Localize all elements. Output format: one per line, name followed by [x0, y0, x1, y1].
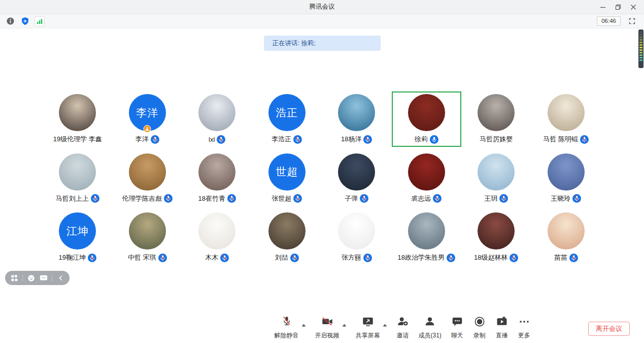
- share-screen-button[interactable]: 共享屏幕: [356, 315, 380, 340]
- emoji-icon[interactable]: [26, 273, 36, 283]
- toolbar-button-label: 成员(31): [419, 331, 442, 340]
- participant-name-row: 王玥: [484, 194, 508, 203]
- participant-tile[interactable]: 马哲厉姝婴: [461, 91, 531, 147]
- avatar-photo-white-cat: [198, 94, 235, 131]
- live-button[interactable]: 直播: [495, 315, 509, 340]
- chevron-up-icon[interactable]: [301, 320, 306, 329]
- avatar-photo-classic-painting: [268, 212, 306, 250]
- more-button[interactable]: 更多: [518, 315, 531, 340]
- leave-meeting-button[interactable]: 离开会议: [588, 322, 630, 336]
- participant-name-row: 刘喆: [275, 253, 299, 262]
- caption-chat-icon[interactable]: [39, 273, 48, 283]
- participant-tile[interactable]: 世超张世超: [252, 151, 322, 206]
- avatar-initials: 世超: [268, 153, 306, 191]
- toolbar-button-label: 录制: [473, 331, 486, 340]
- participant-name: 马哲 陈明锟: [543, 135, 578, 144]
- avatar-photo-kirby-in-pot: [478, 94, 515, 131]
- participant-tile[interactable]: 李洋李洋: [113, 91, 183, 147]
- minimize-icon[interactable]: [595, 0, 611, 14]
- participant-name: 18政治学朱胜男: [398, 253, 445, 262]
- bottom-toolbar-buttons: 解除静音开启视频共享屏幕邀请成员(31)聊天录制直播更多: [270, 315, 535, 340]
- participant-name: 马哲刘上上: [56, 194, 89, 203]
- invite-button[interactable]: 邀请: [396, 315, 410, 340]
- members-button[interactable]: 成员(31): [419, 315, 442, 340]
- volume-level-bar: [639, 44, 642, 46]
- participant-tile[interactable]: 18杨洋: [322, 91, 392, 147]
- participant-tile[interactable]: 王晓玲: [531, 151, 601, 206]
- participant-tile[interactable]: 18崔竹青: [182, 151, 252, 206]
- participant-name: 苗苗: [554, 253, 567, 262]
- camera-off-button[interactable]: 开启视频: [315, 315, 340, 340]
- participant-row: 19级伦理学 李鑫李洋李洋lxl浩正李浩正18杨洋徐莉马哲厉姝婴马哲 陈明锟: [43, 91, 601, 147]
- participant-name-row: 马哲厉姝婴: [480, 135, 513, 144]
- participant-tile[interactable]: 徐莉: [392, 91, 462, 147]
- record-icon: [473, 315, 486, 330]
- chevron-up-icon[interactable]: [342, 320, 347, 329]
- chat-button[interactable]: 聊天: [451, 315, 464, 340]
- participant-name-row: 木木: [205, 253, 229, 262]
- participant-tile[interactable]: 木木: [182, 210, 252, 265]
- participant-tile[interactable]: 伦理学陈吉彪: [113, 151, 183, 206]
- mic-muted-icon: [91, 194, 99, 203]
- info-icon[interactable]: [5, 16, 15, 26]
- members-icon: [423, 315, 436, 330]
- participant-tile[interactable]: 子弹: [322, 151, 392, 206]
- record-button[interactable]: 录制: [473, 315, 486, 340]
- participant-tile[interactable]: 刘喆: [252, 210, 322, 265]
- collapse-chevron-icon[interactable]: [56, 273, 65, 283]
- participant-tile[interactable]: 苗苗: [531, 210, 601, 265]
- participant-name: 中哲 宋琪: [128, 253, 156, 262]
- participant-name-row: 张方丽: [342, 253, 372, 262]
- restore-icon[interactable]: [611, 0, 626, 14]
- avatar: [59, 153, 96, 191]
- participant-tile[interactable]: 马哲 陈明锟: [531, 91, 601, 147]
- participant-tile[interactable]: 马哲刘上上: [43, 151, 113, 206]
- participant-tile[interactable]: 18政治学朱胜男: [392, 210, 462, 265]
- participant-tile[interactable]: 中哲 宋琪: [113, 210, 183, 265]
- chat-icon: [451, 315, 464, 330]
- participant-name-row: 18级赵林林: [474, 253, 518, 262]
- participant-tile[interactable]: 王玥: [461, 151, 531, 206]
- mic-off-button[interactable]: 解除静音: [275, 315, 299, 340]
- participant-name-row: 中哲 宋琪: [128, 253, 167, 262]
- avatar: [338, 94, 375, 131]
- participant-tile[interactable]: lxl: [182, 91, 252, 147]
- participant-tile[interactable]: 张方丽: [322, 210, 392, 265]
- participant-name-row: 王晓玲: [551, 194, 581, 203]
- volume-level-bar: [639, 39, 642, 41]
- chevron-up-icon[interactable]: [383, 320, 387, 329]
- participant-name-row: 子弹: [345, 194, 368, 203]
- mic-muted-icon: [360, 194, 368, 203]
- close-icon[interactable]: [626, 0, 641, 14]
- mic-muted-icon: [293, 135, 302, 144]
- tencent-meeting-window: 腾讯会议 06:46: [0, 0, 644, 343]
- participant-tile[interactable]: 18级赵林林: [461, 210, 531, 265]
- avatar: [198, 94, 235, 131]
- volume-level-bar: [639, 42, 642, 43]
- participant-name: 马哲厉姝婴: [480, 135, 513, 144]
- avatar-photo-cat-meme: [129, 153, 166, 191]
- participant-name: 刘喆: [275, 253, 288, 262]
- volume-level-bar: [639, 37, 642, 38]
- host-icon: [145, 127, 150, 131]
- participant-name: 李洋: [135, 135, 149, 144]
- participant-tile[interactable]: 19级伦理学 李鑫: [43, 91, 113, 147]
- toolbar-button-group: 共享屏幕: [356, 315, 387, 340]
- participant-tile[interactable]: 浩正李浩正: [252, 91, 322, 147]
- security-shield-icon[interactable]: [20, 16, 30, 26]
- volume-level-bar: [639, 54, 642, 56]
- mic-muted-icon: [88, 254, 96, 262]
- network-signal-icon[interactable]: [35, 16, 45, 26]
- avatar: [198, 153, 235, 191]
- mic-off-icon: [280, 315, 293, 330]
- participant-name: 张世超: [272, 194, 291, 203]
- apps-layout-icon[interactable]: [10, 273, 19, 283]
- fullscreen-icon[interactable]: [627, 16, 637, 26]
- mic-muted-icon: [363, 135, 372, 144]
- participant-tile[interactable]: 裘志远: [392, 151, 462, 206]
- participant-tile[interactable]: 江坤19鞠江坤: [43, 210, 113, 265]
- avatar: [338, 153, 375, 191]
- avatar-initials: 江坤: [59, 212, 96, 250]
- mic-muted-icon: [290, 254, 299, 262]
- toolbar-button-label: 聊天: [451, 331, 463, 340]
